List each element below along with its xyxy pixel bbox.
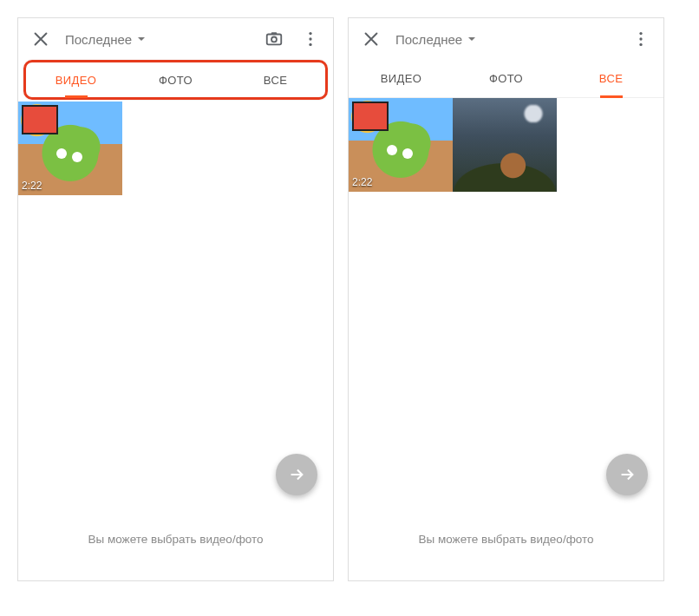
svg-point-4 [309, 37, 311, 40]
tab-label: ВИДЕО [56, 74, 97, 87]
svg-rect-2 [271, 32, 277, 35]
toolbar: Последнее [18, 18, 333, 60]
svg-point-7 [639, 37, 642, 40]
svg-point-8 [639, 43, 642, 46]
tab-label: ВИДЕО [381, 72, 422, 85]
camera-icon[interactable] [262, 27, 286, 51]
toolbar: Последнее [349, 18, 663, 60]
tab-all[interactable]: ВСЕ [559, 60, 663, 97]
album-dropdown-label: Последнее [65, 32, 132, 47]
tab-video[interactable]: ВИДЕО [26, 62, 126, 97]
tab-label: ФОТО [489, 72, 523, 85]
screen-right: Последнее ВИДЕО ФОТО ВСЕ 2:22 Вы можете … [348, 17, 664, 581]
media-thumb-video[interactable]: 2:22 [349, 98, 453, 192]
svg-point-6 [639, 32, 642, 35]
more-icon[interactable] [298, 27, 323, 51]
tab-label: ВСЕ [264, 74, 288, 87]
album-dropdown[interactable]: Последнее [65, 32, 146, 47]
chevron-down-icon [137, 35, 146, 43]
media-grid: 2:22 [349, 98, 663, 515]
media-thumb-video[interactable]: 2:22 [18, 102, 122, 195]
chevron-down-icon [467, 35, 476, 43]
selection-hint: Вы можете выбрать видео/фото [18, 515, 333, 580]
tab-label: ВСЕ [599, 72, 624, 85]
tabs-highlight-frame: ВИДЕО ФОТО ВСЕ [23, 60, 328, 100]
next-fab[interactable] [276, 454, 317, 495]
album-dropdown[interactable]: Последнее [395, 32, 476, 47]
more-icon[interactable] [629, 27, 653, 51]
next-fab[interactable] [606, 454, 648, 495]
media-grid: 2:22 [18, 102, 333, 515]
tab-all[interactable]: ВСЕ [225, 62, 325, 97]
tabs: ВИДЕО ФОТО ВСЕ [349, 60, 663, 98]
tab-photo[interactable]: ФОТО [126, 62, 225, 97]
album-dropdown-label: Последнее [395, 32, 462, 47]
close-icon[interactable] [359, 27, 383, 51]
arrow-right-icon [617, 465, 637, 484]
selection-hint: Вы можете выбрать видео/фото [349, 515, 663, 580]
video-duration-badge: 2:22 [352, 176, 372, 188]
tab-photo[interactable]: ФОТО [454, 60, 559, 97]
arrow-right-icon [287, 465, 306, 484]
svg-point-5 [309, 43, 311, 46]
tab-label: ФОТО [159, 74, 193, 87]
tab-video[interactable]: ВИДЕО [349, 60, 454, 97]
screen-left: Последнее ВИДЕО ФОТО ВСЕ 2:22 Вы можете … [17, 17, 334, 581]
svg-point-1 [271, 37, 277, 43]
media-thumb-photo[interactable] [453, 98, 557, 192]
video-duration-badge: 2:22 [22, 180, 42, 192]
svg-rect-0 [267, 35, 282, 45]
svg-point-3 [309, 32, 311, 35]
close-icon[interactable] [29, 27, 53, 51]
